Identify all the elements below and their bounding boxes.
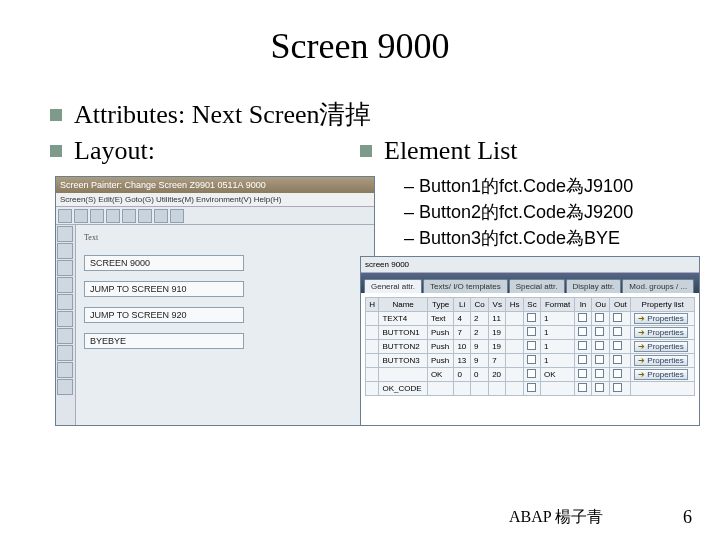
canvas-field[interactable]: JUMP TO SCREEN 910 <box>84 281 244 297</box>
table-cell[interactable]: 9 <box>471 354 489 368</box>
table-cell[interactable] <box>506 340 524 354</box>
table-cell[interactable]: OK <box>427 368 454 382</box>
toolbar-icon[interactable] <box>138 209 152 223</box>
table-cell[interactable] <box>610 354 631 368</box>
table-cell[interactable] <box>506 368 524 382</box>
table-cell[interactable] <box>591 382 610 396</box>
table-cell[interactable] <box>575 354 592 368</box>
toolbar-icon[interactable] <box>58 209 72 223</box>
toolbar-icon[interactable] <box>122 209 136 223</box>
checkbox-icon[interactable] <box>527 341 536 350</box>
checkbox-icon[interactable] <box>578 383 587 392</box>
checkbox-icon[interactable] <box>578 327 587 336</box>
table-cell[interactable] <box>506 382 524 396</box>
checkbox-icon[interactable] <box>595 355 604 364</box>
table-row[interactable]: OK_CODE <box>366 382 695 396</box>
table-cell[interactable]: BUTTON1 <box>379 326 427 340</box>
table-cell[interactable] <box>610 312 631 326</box>
window-menubar[interactable]: Screen(S) Edit(E) Goto(G) Utilities(M) E… <box>56 193 374 207</box>
table-cell[interactable] <box>427 382 454 396</box>
toolbar-icon[interactable] <box>74 209 88 223</box>
palette-icon[interactable] <box>57 379 73 395</box>
checkbox-icon[interactable] <box>613 327 622 336</box>
properties-button[interactable]: Properties <box>634 313 687 324</box>
table-cell[interactable] <box>471 382 489 396</box>
palette-icon[interactable] <box>57 260 73 276</box>
canvas-field[interactable]: JUMP TO SCREEN 920 <box>84 307 244 323</box>
table-cell[interactable]: 1 <box>541 340 575 354</box>
table-cell[interactable] <box>366 354 379 368</box>
table-cell[interactable] <box>523 354 540 368</box>
table-cell[interactable] <box>610 368 631 382</box>
palette-icon[interactable] <box>57 311 73 327</box>
checkbox-icon[interactable] <box>595 383 604 392</box>
properties-button[interactable]: Properties <box>634 327 687 338</box>
checkbox-icon[interactable] <box>613 369 622 378</box>
table-cell[interactable] <box>591 368 610 382</box>
table-cell[interactable] <box>366 368 379 382</box>
checkbox-icon[interactable] <box>527 313 536 322</box>
table-cell[interactable] <box>366 326 379 340</box>
palette-icon[interactable] <box>57 226 73 242</box>
canvas-field[interactable]: SCREEN 9000 <box>84 255 244 271</box>
checkbox-icon[interactable] <box>595 313 604 322</box>
palette-icon[interactable] <box>57 362 73 378</box>
table-cell[interactable]: 10 <box>454 340 471 354</box>
checkbox-icon[interactable] <box>578 313 587 322</box>
table-cell[interactable] <box>575 340 592 354</box>
table-cell[interactable] <box>454 382 471 396</box>
checkbox-icon[interactable] <box>578 355 587 364</box>
table-cell[interactable] <box>610 340 631 354</box>
checkbox-icon[interactable] <box>578 369 587 378</box>
table-cell[interactable]: 1 <box>541 312 575 326</box>
tab-general-attr[interactable]: General attr. <box>364 279 422 293</box>
checkbox-icon[interactable] <box>527 355 536 364</box>
table-row[interactable]: TEXT4Text42111Properties <box>366 312 695 326</box>
table-cell[interactable] <box>506 354 524 368</box>
table-cell[interactable] <box>610 382 631 396</box>
table-cell[interactable] <box>591 340 610 354</box>
table-cell[interactable]: 0 <box>471 368 489 382</box>
table-cell[interactable] <box>379 368 427 382</box>
table-cell[interactable]: Text <box>427 312 454 326</box>
table-row[interactable]: OK0020OKProperties <box>366 368 695 382</box>
table-cell[interactable]: BUTTON2 <box>379 340 427 354</box>
table-cell[interactable] <box>591 354 610 368</box>
table-cell[interactable] <box>575 368 592 382</box>
checkbox-icon[interactable] <box>613 383 622 392</box>
table-cell[interactable] <box>591 312 610 326</box>
tab-mod-groups[interactable]: Mod. groups / ... <box>622 279 694 293</box>
table-cell[interactable]: BUTTON3 <box>379 354 427 368</box>
tab-texts-io[interactable]: Texts/ I/O templates <box>423 279 508 293</box>
table-cell[interactable]: 19 <box>489 326 506 340</box>
table-cell[interactable]: 13 <box>454 354 471 368</box>
table-cell[interactable]: 19 <box>489 340 506 354</box>
toolbar-icon[interactable] <box>106 209 120 223</box>
table-cell[interactable]: OK <box>541 368 575 382</box>
table-cell[interactable] <box>523 368 540 382</box>
tab-display-attr[interactable]: Display attr. <box>566 279 622 293</box>
checkbox-icon[interactable] <box>613 355 622 364</box>
palette-icon[interactable] <box>57 345 73 361</box>
layout-canvas[interactable]: Text SCREEN 9000 JUMP TO SCREEN 910 JUMP… <box>76 225 374 425</box>
table-cell[interactable] <box>575 326 592 340</box>
toolbar-icon[interactable] <box>90 209 104 223</box>
palette-icon[interactable] <box>57 243 73 259</box>
table-cell[interactable]: Push <box>427 340 454 354</box>
checkbox-icon[interactable] <box>527 327 536 336</box>
properties-button[interactable]: Properties <box>634 369 687 380</box>
table-cell[interactable] <box>575 382 592 396</box>
checkbox-icon[interactable] <box>595 327 604 336</box>
properties-button[interactable]: Properties <box>634 355 687 366</box>
table-cell[interactable]: 1 <box>541 326 575 340</box>
table-cell[interactable] <box>489 382 506 396</box>
table-cell[interactable]: Push <box>427 354 454 368</box>
properties-button[interactable]: Properties <box>634 341 687 352</box>
checkbox-icon[interactable] <box>527 383 536 392</box>
table-cell[interactable]: 1 <box>541 354 575 368</box>
table-cell[interactable]: 7 <box>454 326 471 340</box>
table-cell[interactable] <box>366 382 379 396</box>
palette-icon[interactable] <box>57 294 73 310</box>
toolbar-icon[interactable] <box>154 209 168 223</box>
table-cell[interactable]: 11 <box>489 312 506 326</box>
